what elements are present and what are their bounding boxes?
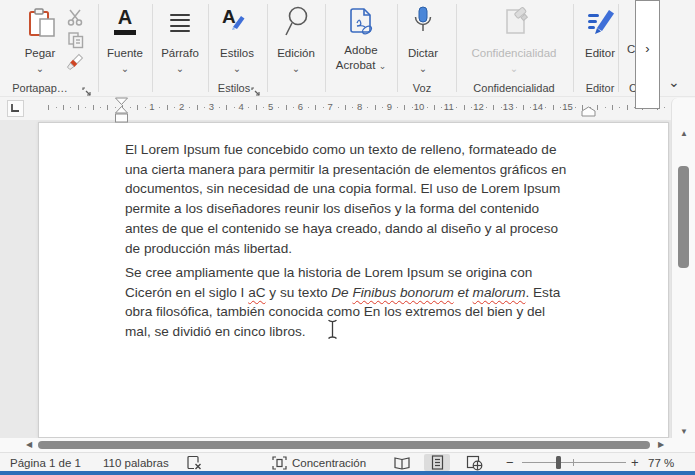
clipboard-group-label: Portapap… xyxy=(12,82,68,94)
horizontal-scrollbar[interactable]: ◀ ▶ xyxy=(0,438,672,452)
hruler-tick xyxy=(345,105,346,110)
hruler-tick xyxy=(226,105,227,110)
hruler-number: 13 xyxy=(503,101,514,112)
overflow-button-label[interactable]: C xyxy=(627,43,635,55)
hruler-tick xyxy=(137,105,138,110)
hruler-dot xyxy=(189,107,190,108)
paragraph-group-button[interactable]: Párrafo ⌄ xyxy=(158,4,202,78)
group-separator xyxy=(573,4,574,92)
paste-label: Pegar xyxy=(25,47,56,59)
styles-chevron-icon: ⌄ xyxy=(233,64,241,74)
hruler-tick xyxy=(197,105,198,110)
zoom-slider-detent xyxy=(573,459,574,466)
document-line[interactable]: obra filosófica, también conocida como E… xyxy=(125,302,595,322)
sensitivity-stamp-icon xyxy=(498,4,534,46)
collapse-ribbon-chevron-icon[interactable]: ⌄ xyxy=(668,74,680,90)
web-layout-button[interactable] xyxy=(461,454,487,471)
hruler-number: 10 xyxy=(414,101,425,112)
font-icon: A xyxy=(114,7,136,35)
hruler-tick xyxy=(48,105,49,110)
scroll-right-icon[interactable]: ▶ xyxy=(658,441,664,449)
vertical-scrollbar[interactable]: ▲ ▼ xyxy=(671,98,695,452)
scroll-up-icon[interactable]: ▲ xyxy=(680,130,688,138)
adobe-label-line1: Adobe xyxy=(344,44,377,56)
hruler-tick xyxy=(78,105,79,110)
zoom-slider-thumb[interactable] xyxy=(556,456,561,469)
hruler-number: 6 xyxy=(298,101,303,112)
horizontal-scrollbar-thumb[interactable] xyxy=(38,441,650,449)
hruler-dot xyxy=(174,107,175,108)
hruler-dot xyxy=(530,107,531,108)
hruler-dot xyxy=(308,107,309,108)
hruler-tick xyxy=(63,105,64,110)
hruler-number: 5 xyxy=(268,101,273,112)
indent-markers[interactable] xyxy=(114,97,129,128)
hruler-tick xyxy=(553,105,554,110)
zoom-in-button[interactable]: + xyxy=(631,455,639,470)
group-separator xyxy=(397,4,398,92)
document-line[interactable]: El Lorem Ipsum fue concebido como un tex… xyxy=(125,140,595,160)
document-line[interactable]: una cierta manera para permitir la prese… xyxy=(125,160,595,180)
right-indent-marker[interactable] xyxy=(581,103,596,121)
hruler-dot xyxy=(605,107,606,108)
hruler-dot xyxy=(204,107,205,108)
hruler-dot xyxy=(427,107,428,108)
document-line[interactable]: Cicerón en el siglo I aC y su texto De F… xyxy=(125,283,595,303)
paragraph[interactable]: Se cree ampliamente que la historia de L… xyxy=(125,263,595,342)
microphone-icon xyxy=(411,5,435,41)
hruler-tick xyxy=(256,105,257,110)
hruler-dot xyxy=(575,107,576,108)
hruler-tick xyxy=(93,105,94,110)
editor-button[interactable]: Editor xyxy=(578,4,622,78)
flyout-arrow-icon: › xyxy=(645,41,649,56)
hruler-dot xyxy=(56,107,57,108)
print-layout-button[interactable] xyxy=(424,454,450,471)
hruler-dot xyxy=(234,107,235,108)
scroll-down-icon[interactable]: ▼ xyxy=(680,428,688,436)
cut-button[interactable] xyxy=(66,8,84,30)
zoom-out-button[interactable]: − xyxy=(506,455,514,470)
hruler-dot xyxy=(263,107,264,108)
focus-mode-label[interactable]: Concentración xyxy=(292,457,366,469)
hruler-tick xyxy=(167,105,168,110)
voice-group-label: Voz xyxy=(413,82,431,94)
read-mode-button[interactable] xyxy=(389,454,415,471)
zoom-slider-track[interactable] xyxy=(522,462,626,463)
styles-group-button[interactable]: A Estilos ⌄ xyxy=(213,4,261,78)
vertical-scrollbar-thumb[interactable] xyxy=(678,166,689,268)
ibeam-cursor-icon xyxy=(327,319,338,344)
hruler-dot xyxy=(560,107,561,108)
format-painter-button[interactable] xyxy=(64,53,85,78)
hruler-dot xyxy=(278,107,279,108)
hruler-number: 1 xyxy=(149,101,154,112)
hruler-number: 9 xyxy=(387,101,392,112)
paste-chevron-icon[interactable]: ⌄ xyxy=(36,64,44,74)
dictate-button[interactable]: Dictar ⌄ xyxy=(402,4,444,78)
word-count[interactable]: 110 palabras xyxy=(103,457,169,469)
document-line[interactable]: permite a los diseñadores reunir los dis… xyxy=(125,199,595,219)
ribbon-overflow-flyout[interactable]: › xyxy=(635,0,660,109)
zoom-level[interactable]: 77 % xyxy=(648,457,674,469)
document-line[interactable]: antes de que el contenido se haya creado… xyxy=(125,219,595,239)
sensitivity-group-label: Confidencialidad xyxy=(473,82,554,94)
hruler-number: 11 xyxy=(444,101,454,112)
adobe-acrobat-button[interactable]: Adobe Acrobat ⌄ xyxy=(330,4,392,78)
document-line[interactable]: de producción más libertad. xyxy=(125,239,595,259)
paste-button[interactable]: Pegar ⌄ xyxy=(14,4,64,78)
styles-icon: A xyxy=(222,7,236,27)
paragraph-icon xyxy=(170,10,190,32)
status-bar: Página 1 de 1 110 palabras Concentración xyxy=(0,452,695,472)
font-group-button[interactable]: A Fuente ⌄ xyxy=(103,4,147,78)
hruler-tick xyxy=(597,105,598,110)
document-line[interactable]: documentos, sin necesidad de una copia f… xyxy=(125,179,595,199)
document-page[interactable]: El Lorem Ipsum fue concebido como un tex… xyxy=(38,122,669,438)
document-text[interactable]: El Lorem Ipsum fue concebido como un tex… xyxy=(125,140,595,342)
editing-group-button[interactable]: Edición ⌄ xyxy=(272,4,320,78)
page-indicator[interactable]: Página 1 de 1 xyxy=(10,457,81,469)
document-line[interactable]: mal, se dividió en cinco libros. xyxy=(125,322,595,342)
paragraph[interactable]: El Lorem Ipsum fue concebido como un tex… xyxy=(125,140,595,258)
document-line[interactable]: Se cree ampliamente que la historia de L… xyxy=(125,263,595,283)
copy-button[interactable] xyxy=(67,31,85,53)
scroll-left-icon[interactable]: ◀ xyxy=(26,441,32,449)
hruler-dot xyxy=(323,107,324,108)
